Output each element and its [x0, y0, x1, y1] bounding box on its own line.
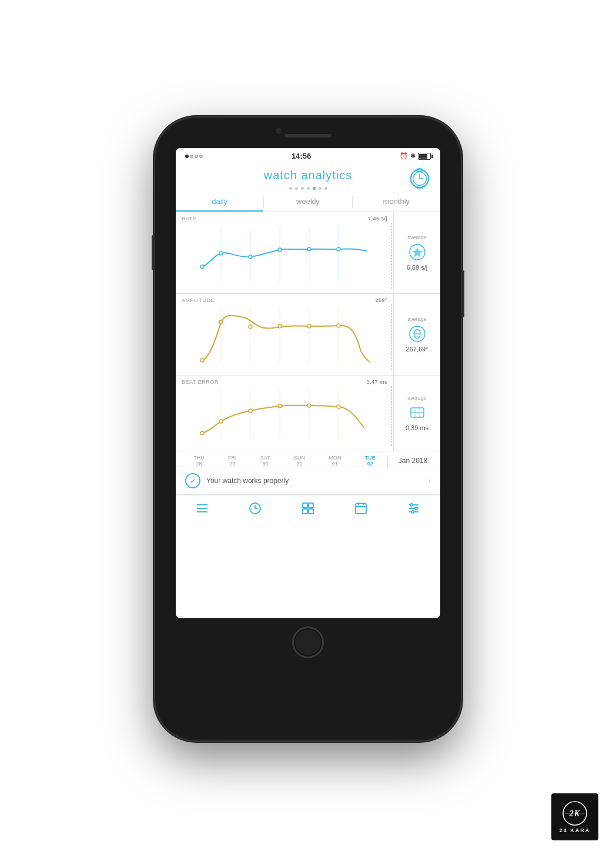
bottom-tab-bar [176, 495, 440, 520]
tab-daily[interactable]: daily [176, 192, 263, 212]
page-dot-3[interactable] [307, 187, 310, 190]
bottom-tab-menu[interactable] [189, 501, 215, 515]
svg-point-12 [249, 255, 252, 259]
svg-rect-60 [356, 504, 366, 514]
svg-point-26 [278, 324, 282, 328]
bottom-tab-analytics[interactable] [295, 501, 321, 515]
rate-avg-value: 6,69 s/j [407, 264, 427, 271]
battery-fill [419, 154, 427, 159]
svg-point-41 [249, 409, 252, 413]
tab-navigation: daily weekly monthly [176, 192, 440, 212]
bottom-tab-calendar[interactable] [348, 501, 374, 515]
month-label: Jan 2018 [387, 455, 434, 467]
page-dot-1[interactable] [295, 187, 298, 190]
beat-error-label: BEAT ERROR [182, 379, 219, 385]
svg-point-16 [200, 265, 204, 269]
amplitude-avg-label: average [407, 316, 427, 322]
alarm-icon: ⏰ [400, 152, 408, 160]
page-dot-5[interactable] [319, 187, 322, 190]
page-dot-4[interactable] [313, 187, 316, 190]
phone-speaker [284, 134, 332, 138]
page-wrapper: 14:56 ⏰ ✱ watch analytics [0, 0, 616, 858]
chevron-right-icon: › [428, 475, 431, 486]
date-tue: TUE 02 [365, 455, 376, 467]
app-header: watch analytics [176, 164, 440, 185]
amplitude-svg [182, 304, 387, 369]
page-dot-6[interactable] [324, 187, 327, 190]
amplitude-label-row: AMPLITUDE 269° [182, 297, 387, 303]
battery-icon [418, 153, 431, 160]
amplitude-chart-sidebar: average 267,69° [393, 294, 440, 375]
beat-error-chart-svg-wrap [182, 386, 387, 447]
beat-error-chart-sidebar: average 0,39 ms [393, 376, 440, 451]
svg-point-13 [278, 248, 282, 252]
date-axis: THU 28 FRI 29 SAT 30 SUN [176, 451, 440, 467]
beat-error-avg-value: 0,39 ms [406, 424, 428, 431]
svg-point-27 [307, 324, 311, 328]
status-message[interactable]: ✓ Your watch works properly › [176, 467, 440, 495]
rate-avg-label: average [407, 234, 427, 240]
signal-dot-2 [190, 155, 193, 158]
tab-weekly[interactable]: weekly [264, 192, 351, 212]
signal-indicators [185, 155, 203, 158]
svg-rect-57 [309, 503, 313, 508]
page-dots [176, 187, 440, 190]
tab-monthly[interactable]: monthly [353, 192, 440, 212]
bottom-tab-settings[interactable] [401, 501, 427, 515]
phone-shell: 14:56 ⏰ ✱ watch analytics [155, 118, 461, 740]
app-title: watch analytics [176, 169, 440, 182]
date-sat: SAT 30 [260, 455, 270, 467]
svg-point-42 [278, 404, 282, 408]
bluetooth-icon: ✱ [410, 152, 416, 160]
amplitude-value: 269° [375, 297, 387, 303]
beat-error-label-row: BEAT ERROR 0,47 ms [182, 379, 387, 385]
rate-value: 7,45 s/j [368, 216, 387, 222]
rate-label-row: RATE 7,45 s/j [182, 216, 387, 222]
date-fri: FRI 29 [228, 455, 237, 467]
svg-point-75 [411, 511, 414, 513]
svg-point-14 [307, 247, 311, 251]
bottom-tab-clock[interactable] [242, 501, 268, 515]
beat-error-svg [182, 386, 387, 445]
svg-rect-56 [303, 503, 307, 508]
date-mon: MON 01 [329, 455, 341, 467]
rate-avg-icon [408, 243, 427, 262]
beat-error-avg-icon [408, 403, 427, 422]
svg-text:2K: 2K [569, 809, 581, 818]
amplitude-label: AMPLITUDE [182, 297, 215, 303]
rate-label: RATE [182, 216, 196, 222]
date-sun: SUN 31 [294, 455, 305, 467]
brand-logo-badge: 2K 24 KARA [551, 793, 598, 840]
rate-chart-section: RATE 7,45 s/j [176, 212, 440, 294]
brand-name: 24 KARA [560, 827, 591, 833]
date-thu: THU 28 [193, 455, 205, 467]
page-dot-2[interactable] [301, 187, 304, 190]
page-dot-0[interactable] [289, 187, 292, 190]
home-button[interactable] [292, 626, 324, 658]
amplitude-chart-svg-wrap [182, 304, 387, 371]
clock-icon [248, 501, 262, 515]
amplitude-avg-icon [408, 324, 427, 343]
svg-point-29 [200, 358, 204, 362]
svg-point-15 [337, 247, 340, 251]
signal-dot-1 [185, 155, 189, 158]
date-axis-main: THU 28 FRI 29 SAT 30 SUN [182, 455, 387, 467]
svg-rect-59 [309, 509, 313, 514]
svg-point-45 [200, 431, 204, 435]
rate-svg [182, 223, 387, 287]
svg-point-43 [307, 404, 311, 407]
svg-rect-58 [303, 509, 307, 514]
watch-icon [409, 167, 431, 190]
svg-point-28 [337, 324, 340, 327]
brand-logo-icon: 2K [562, 800, 588, 826]
svg-point-25 [249, 325, 252, 329]
check-circle-icon: ✓ [185, 473, 200, 488]
svg-point-73 [410, 504, 413, 506]
grid-chart-icon [301, 501, 315, 515]
beat-error-chart-main: BEAT ERROR 0,47 ms [176, 376, 393, 451]
svg-point-24 [219, 320, 223, 324]
status-message-text: Your watch works properly [206, 477, 422, 485]
signal-dot-3 [195, 155, 198, 158]
status-right-icons: ⏰ ✱ [400, 152, 431, 160]
beat-error-value: 0,47 ms [366, 379, 387, 385]
